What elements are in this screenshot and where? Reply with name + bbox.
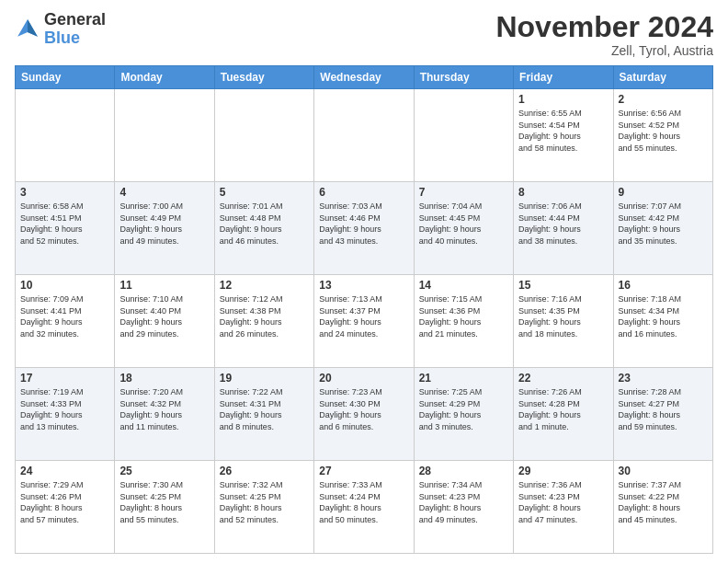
day-number: 2 [619,93,708,106]
cell-info: Sunrise: 7:03 AM Sunset: 4:46 PM Dayligh… [319,201,408,247]
calendar-cell: 23Sunrise: 7:28 AM Sunset: 4:27 PM Dayli… [613,368,712,461]
day-number: 30 [619,465,708,477]
day-number: 21 [419,372,508,385]
calendar-cell: 27Sunrise: 7:33 AM Sunset: 4:24 PM Dayli… [314,461,414,554]
day-number: 6 [319,186,408,199]
page: General Blue November 2024 Zell, Tyrol, … [0,0,728,563]
calendar-cell: 4Sunrise: 7:00 AM Sunset: 4:49 PM Daylig… [115,182,214,275]
calendar-cell [314,89,414,182]
calendar-cell: 10Sunrise: 7:09 AM Sunset: 4:41 PM Dayli… [16,275,115,368]
cell-info: Sunrise: 7:23 AM Sunset: 4:30 PM Dayligh… [319,386,408,432]
cell-info: Sunrise: 7:19 AM Sunset: 4:33 PM Dayligh… [20,386,109,432]
day-number: 22 [518,372,608,385]
weekday-header: Friday [514,66,613,89]
header: General Blue November 2024 Zell, Tyrol, … [15,11,713,58]
cell-info: Sunrise: 7:16 AM Sunset: 4:35 PM Dayligh… [518,293,608,339]
cell-info: Sunrise: 6:56 AM Sunset: 4:52 PM Dayligh… [619,108,708,154]
calendar-cell: 6Sunrise: 7:03 AM Sunset: 4:46 PM Daylig… [314,182,414,275]
cell-info: Sunrise: 7:29 AM Sunset: 4:26 PM Dayligh… [20,479,109,525]
cell-info: Sunrise: 7:36 AM Sunset: 4:23 PM Dayligh… [518,479,608,525]
cell-info: Sunrise: 7:06 AM Sunset: 4:44 PM Dayligh… [518,201,608,247]
cell-info: Sunrise: 6:58 AM Sunset: 4:51 PM Dayligh… [20,201,109,247]
cell-info: Sunrise: 7:25 AM Sunset: 4:29 PM Dayligh… [419,386,508,432]
cell-info: Sunrise: 7:09 AM Sunset: 4:41 PM Dayligh… [20,293,109,339]
calendar-cell: 9Sunrise: 7:07 AM Sunset: 4:42 PM Daylig… [613,182,712,275]
calendar-cell: 11Sunrise: 7:10 AM Sunset: 4:40 PM Dayli… [115,275,214,368]
day-number: 5 [220,186,309,199]
day-number: 26 [220,465,309,477]
day-number: 28 [419,465,508,477]
day-number: 4 [119,186,209,199]
calendar-cell: 13Sunrise: 7:13 AM Sunset: 4:37 PM Dayli… [314,275,414,368]
day-number: 7 [419,186,508,199]
calendar-week-row: 3Sunrise: 6:58 AM Sunset: 4:51 PM Daylig… [16,182,713,275]
calendar-cell: 24Sunrise: 7:29 AM Sunset: 4:26 PM Dayli… [16,461,115,554]
day-number: 23 [619,372,708,385]
calendar-cell: 25Sunrise: 7:30 AM Sunset: 4:25 PM Dayli… [115,461,214,554]
logo-icon [15,17,40,42]
cell-info: Sunrise: 7:15 AM Sunset: 4:36 PM Dayligh… [419,293,508,339]
cell-info: Sunrise: 7:37 AM Sunset: 4:22 PM Dayligh… [619,479,708,525]
calendar-table: SundayMondayTuesdayWednesdayThursdayFrid… [15,65,713,554]
calendar-cell [414,89,513,182]
weekday-header: Tuesday [214,66,313,89]
logo-text: General Blue [44,11,106,48]
day-number: 29 [518,465,608,477]
calendar-cell: 12Sunrise: 7:12 AM Sunset: 4:38 PM Dayli… [214,275,313,368]
cell-info: Sunrise: 7:26 AM Sunset: 4:28 PM Dayligh… [518,386,608,432]
calendar-cell [115,89,214,182]
day-number: 27 [319,465,408,477]
calendar-cell: 7Sunrise: 7:04 AM Sunset: 4:45 PM Daylig… [414,182,513,275]
day-number: 16 [619,279,708,292]
weekday-header: Monday [115,66,214,89]
day-number: 1 [518,93,608,106]
title-block: November 2024 Zell, Tyrol, Austria [495,11,713,58]
month-title: November 2024 [495,11,713,43]
weekday-header-row: SundayMondayTuesdayWednesdayThursdayFrid… [16,66,713,89]
calendar-week-row: 17Sunrise: 7:19 AM Sunset: 4:33 PM Dayli… [16,368,713,461]
day-number: 17 [20,372,109,385]
calendar-cell: 28Sunrise: 7:34 AM Sunset: 4:23 PM Dayli… [414,461,513,554]
cell-info: Sunrise: 7:04 AM Sunset: 4:45 PM Dayligh… [419,201,508,247]
logo: General Blue [15,11,106,48]
cell-info: Sunrise: 6:55 AM Sunset: 4:54 PM Dayligh… [518,108,608,154]
calendar-cell: 2Sunrise: 6:56 AM Sunset: 4:52 PM Daylig… [613,89,712,182]
cell-info: Sunrise: 7:32 AM Sunset: 4:25 PM Dayligh… [220,479,309,525]
day-number: 14 [419,279,508,292]
day-number: 11 [119,279,209,292]
day-number: 15 [518,279,608,292]
cell-info: Sunrise: 7:34 AM Sunset: 4:23 PM Dayligh… [419,479,508,525]
calendar-cell: 30Sunrise: 7:37 AM Sunset: 4:22 PM Dayli… [613,461,712,554]
day-number: 19 [220,372,309,385]
day-number: 18 [119,372,209,385]
calendar-cell: 5Sunrise: 7:01 AM Sunset: 4:48 PM Daylig… [214,182,313,275]
weekday-header: Saturday [613,66,712,89]
cell-info: Sunrise: 7:01 AM Sunset: 4:48 PM Dayligh… [220,201,309,247]
cell-info: Sunrise: 7:00 AM Sunset: 4:49 PM Dayligh… [119,201,209,247]
weekday-header: Thursday [414,66,513,89]
calendar-cell: 21Sunrise: 7:25 AM Sunset: 4:29 PM Dayli… [414,368,513,461]
day-number: 20 [319,372,408,385]
weekday-header: Sunday [16,66,115,89]
calendar-cell [16,89,115,182]
cell-info: Sunrise: 7:33 AM Sunset: 4:24 PM Dayligh… [319,479,408,525]
calendar-cell: 20Sunrise: 7:23 AM Sunset: 4:30 PM Dayli… [314,368,414,461]
calendar-cell: 29Sunrise: 7:36 AM Sunset: 4:23 PM Dayli… [514,461,613,554]
day-number: 13 [319,279,408,292]
day-number: 8 [518,186,608,199]
cell-info: Sunrise: 7:12 AM Sunset: 4:38 PM Dayligh… [220,293,309,339]
calendar-cell: 19Sunrise: 7:22 AM Sunset: 4:31 PM Dayli… [214,368,313,461]
calendar-cell: 14Sunrise: 7:15 AM Sunset: 4:36 PM Dayli… [414,275,513,368]
cell-info: Sunrise: 7:13 AM Sunset: 4:37 PM Dayligh… [319,293,408,339]
day-number: 25 [119,465,209,477]
calendar-cell: 26Sunrise: 7:32 AM Sunset: 4:25 PM Dayli… [214,461,313,554]
cell-info: Sunrise: 7:30 AM Sunset: 4:25 PM Dayligh… [119,479,209,525]
cell-info: Sunrise: 7:10 AM Sunset: 4:40 PM Dayligh… [119,293,209,339]
cell-info: Sunrise: 7:28 AM Sunset: 4:27 PM Dayligh… [619,386,708,432]
calendar-cell: 18Sunrise: 7:20 AM Sunset: 4:32 PM Dayli… [115,368,214,461]
cell-info: Sunrise: 7:20 AM Sunset: 4:32 PM Dayligh… [119,386,209,432]
calendar-cell [214,89,313,182]
day-number: 12 [220,279,309,292]
calendar-week-row: 24Sunrise: 7:29 AM Sunset: 4:26 PM Dayli… [16,461,713,554]
calendar-week-row: 1Sunrise: 6:55 AM Sunset: 4:54 PM Daylig… [16,89,713,182]
